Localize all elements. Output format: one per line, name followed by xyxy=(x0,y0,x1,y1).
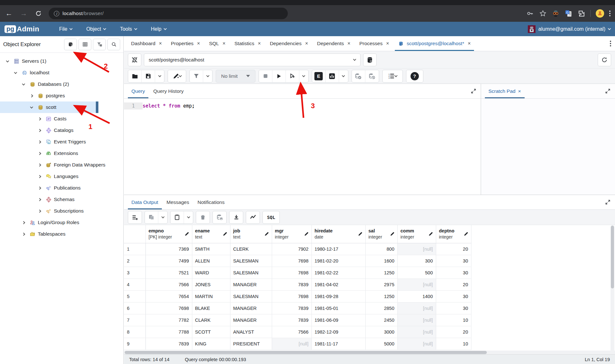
data-cell[interactable]: [null] xyxy=(397,338,436,350)
vertical-scrollbar[interactable] xyxy=(611,225,614,351)
edit-pencil-icon[interactable] xyxy=(264,231,269,237)
open-file-button[interactable] xyxy=(128,70,142,82)
rollback-button[interactable] xyxy=(365,70,379,82)
tab-notifications[interactable]: Notifications xyxy=(193,195,229,209)
row-number-cell[interactable]: 9 xyxy=(124,338,145,350)
row-number-cell[interactable]: 7 xyxy=(124,314,145,326)
data-cell[interactable]: 7521 xyxy=(145,267,192,279)
tab-dependencies[interactable]: Dependencies× xyxy=(265,36,312,51)
data-cell[interactable]: 3000 xyxy=(365,326,397,338)
save-data-changes-button[interactable] xyxy=(213,211,226,223)
close-icon[interactable]: × xyxy=(222,41,225,46)
menu-help[interactable]: Help xyxy=(144,22,173,36)
data-cell[interactable]: 7698 xyxy=(272,290,312,302)
data-cell[interactable]: WARD xyxy=(192,267,230,279)
data-cell[interactable]: JONES xyxy=(192,279,230,290)
data-cell[interactable]: [null] xyxy=(397,314,436,326)
data-cell[interactable]: 1250 xyxy=(365,290,397,302)
data-cell[interactable]: 7566 xyxy=(272,326,312,338)
new-connection-button[interactable] xyxy=(363,53,377,66)
tree-item-extensions[interactable]: Extensions xyxy=(0,148,123,159)
tree-item-login-group-roles[interactable]: Login/Group Roles xyxy=(0,217,123,228)
chevron-right-icon[interactable] xyxy=(38,198,41,201)
data-cell[interactable]: 7902 xyxy=(272,243,312,255)
tab-dependents[interactable]: Dependents× xyxy=(312,36,355,51)
chevron-right-icon[interactable] xyxy=(22,232,25,236)
table-row[interactable]: 47566JONESMANAGER78391981-04-022975[null… xyxy=(124,279,471,290)
filter-dropdown-chevron[interactable] xyxy=(203,70,212,82)
tree-item-databases-2[interactable]: Databases (2) xyxy=(0,78,123,90)
data-cell[interactable]: MANAGER xyxy=(230,279,272,290)
password-key-icon[interactable] xyxy=(526,10,534,17)
table-row[interactable]: 17369SMITHCLERK79021980-12-17800[null]20 xyxy=(124,243,471,255)
data-cell[interactable]: 1600 xyxy=(365,255,397,267)
horizontal-scrollbar[interactable] xyxy=(124,351,615,354)
column-header-sal[interactable]: salinteger xyxy=(365,225,397,243)
data-cell[interactable]: 7499 xyxy=(145,255,192,267)
tree-item-subscriptions[interactable]: Subscriptions xyxy=(0,205,123,217)
table-row[interactable]: 97839KINGPRESIDENT[null]1981-11-175000[n… xyxy=(124,338,471,350)
execute-button[interactable] xyxy=(272,70,286,82)
refresh-layout-button[interactable] xyxy=(598,53,611,66)
column-header-empno[interactable]: empno[PK] integer xyxy=(145,225,192,243)
data-cell[interactable]: SMITH xyxy=(192,243,230,255)
table-row[interactable]: 77782CLARKMANAGER78391981-06-092450[null… xyxy=(124,314,471,326)
data-cell[interactable]: 10 xyxy=(436,314,471,326)
extension-detective-icon[interactable] xyxy=(552,10,560,17)
scratch-pad-body[interactable] xyxy=(481,99,615,195)
data-cell[interactable]: SALESMAN xyxy=(230,267,272,279)
tree-item-foreign-data-wrappers[interactable]: Foreign Data Wrappers xyxy=(0,159,123,171)
data-cell[interactable]: 1980-12-17 xyxy=(312,243,365,255)
execute-options-button[interactable] xyxy=(286,70,299,82)
data-cell[interactable]: BLAKE xyxy=(192,302,230,314)
data-cell[interactable]: 1400 xyxy=(397,290,436,302)
close-icon[interactable]: × xyxy=(305,41,308,46)
data-cell[interactable]: 2850 xyxy=(365,302,397,314)
data-cell[interactable]: ALLEN xyxy=(192,255,230,267)
column-header-hiredate[interactable]: hiredatedate xyxy=(312,225,365,243)
data-cell[interactable]: 1981-06-09 xyxy=(312,314,365,326)
copy-dropdown-chevron[interactable] xyxy=(158,211,167,223)
table-row[interactable]: 67698BLAKEMANAGER78391981-05-012850[null… xyxy=(124,302,471,314)
data-cell[interactable]: [null] xyxy=(397,326,436,338)
chevron-right-icon[interactable] xyxy=(38,186,41,190)
menu-tools[interactable]: Tools xyxy=(113,22,144,36)
connection-selector[interactable]: scott/postgres@localhost xyxy=(144,53,361,66)
data-cell[interactable]: 7566 xyxy=(145,279,192,290)
data-cell[interactable]: CLERK xyxy=(230,243,272,255)
data-cell[interactable]: SALESMAN xyxy=(230,255,272,267)
data-cell[interactable]: [null] xyxy=(272,338,312,350)
table-row[interactable]: 87788SCOTTANALYST75661982-12-093000[null… xyxy=(124,326,471,338)
explain-analyze-button[interactable] xyxy=(326,70,339,82)
data-cell[interactable]: 10 xyxy=(436,338,471,350)
row-number-cell[interactable]: 8 xyxy=(124,326,145,338)
tree-item-scott[interactable]: scott xyxy=(0,101,123,113)
data-cell[interactable]: 7654 xyxy=(145,290,192,302)
tab-query[interactable]: Query xyxy=(127,84,149,98)
tree-item-catalogs[interactable]: Catalogs xyxy=(0,125,123,136)
tree-item-casts[interactable]: Casts xyxy=(0,113,123,125)
close-icon[interactable]: × xyxy=(258,41,261,46)
scrollbar-thumb[interactable] xyxy=(125,351,487,354)
chevron-down-icon[interactable] xyxy=(22,82,25,85)
data-cell[interactable]: 7788 xyxy=(145,326,192,338)
tab-properties[interactable]: Properties× xyxy=(166,36,204,51)
column-header-ename[interactable]: enametext xyxy=(192,225,230,243)
translate-extension-icon[interactable]: G xyxy=(565,10,572,17)
data-cell[interactable]: 2975 xyxy=(365,279,397,290)
close-icon[interactable]: × xyxy=(197,41,200,46)
save-dropdown-chevron[interactable] xyxy=(155,70,164,82)
filter-button[interactable] xyxy=(93,39,106,50)
tab-query-history[interactable]: Query History xyxy=(149,84,188,98)
download-results-button[interactable] xyxy=(229,211,243,223)
tree-item-servers-1[interactable]: Servers (1) xyxy=(0,55,123,67)
data-cell[interactable]: [null] xyxy=(397,279,436,290)
tab-processes[interactable]: Processes× xyxy=(355,36,394,51)
filter-button[interactable] xyxy=(190,70,203,82)
data-cell[interactable]: 30 xyxy=(436,267,471,279)
close-icon[interactable]: × xyxy=(347,41,350,46)
expand-scratch-icon[interactable] xyxy=(605,88,611,94)
data-cell[interactable]: 1981-09-28 xyxy=(312,290,365,302)
data-cell[interactable]: 1981-04-02 xyxy=(312,279,365,290)
chevron-right-icon[interactable] xyxy=(38,175,41,178)
